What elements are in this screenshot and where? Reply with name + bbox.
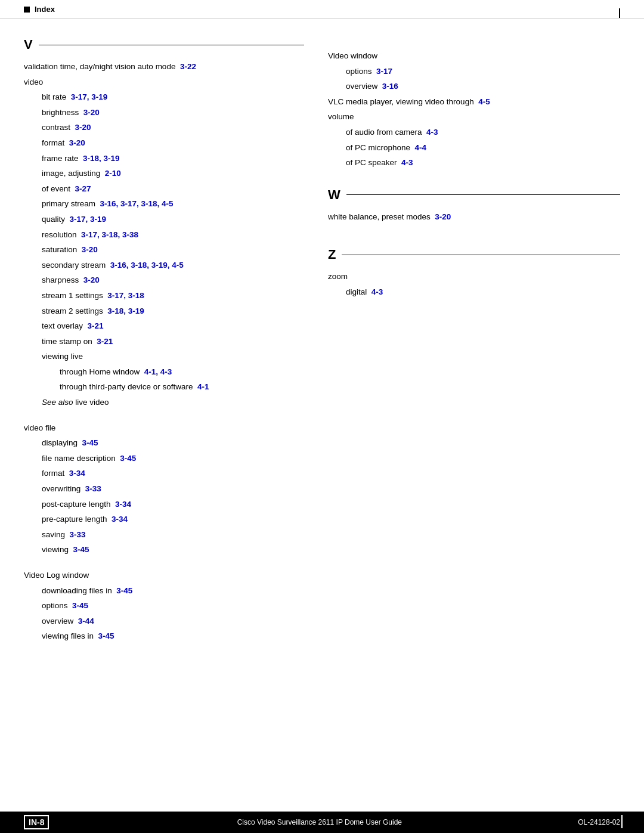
list-item: Video Log window [24,568,304,582]
entry-text: viewing files in [42,631,98,640]
entry-text: text overlay [42,321,88,330]
page-ref[interactable]: 3-33 [70,530,86,539]
list-item: resolution 3-17, 3-18, 3-38 [24,228,304,241]
footer: IN-8 Cisco Video Surveillance 2611 IP Do… [0,812,644,833]
page-ref[interactable]: 3-17 [376,67,392,76]
list-item: file name description 3-45 [24,451,304,465]
list-item: format 3-20 [24,136,304,150]
entry-text: options [346,67,376,76]
entry-text: post-capture length [42,500,115,509]
page-ref[interactable]: 3-34 [69,469,85,478]
footer-badge: IN-8 [24,815,49,829]
page-ref[interactable]: 4-1, 4-3 [144,367,172,376]
entry-text: of PC speaker [346,158,401,167]
page-ref[interactable]: 4-5 [478,97,490,106]
page-ref[interactable]: 3-17, 3-18 [107,291,144,300]
footer-doc-number: OL-24128-02 [578,818,620,826]
list-item: options 3-17 [328,64,620,78]
section-w: W white balance, preset modes 3-20 [328,187,620,224]
entry-text: stream 2 settings [42,306,107,315]
page-ref[interactable]: 2-10 [105,169,121,178]
page-ref[interactable]: 3-21 [97,337,113,346]
list-item: downloading files in 3-45 [24,584,304,597]
entry-text: pre-capture length [42,515,112,524]
page-ref[interactable]: 3-16, 3-17, 3-18, 4-5 [100,199,174,208]
section-z: Z zoom digital 4-3 [328,247,620,298]
list-item: secondary stream 3-16, 3-18, 3-19, 4-5 [24,258,304,272]
page-ref[interactable]: 3-33 [85,484,101,493]
page-ref[interactable]: 3-21 [88,321,104,330]
page-ref[interactable]: 4-3 [426,128,438,137]
list-item: image, adjusting 2-10 [24,166,304,180]
list-item: Video window [328,49,620,63]
page-ref[interactable]: 4-1 [197,382,209,391]
page-ref[interactable]: 3-22 [180,62,196,71]
page-ref[interactable]: 3-16, 3-18, 3-19, 4-5 [110,261,184,270]
page-ref[interactable]: 3-45 [72,601,88,610]
section-w-header: W [328,187,620,203]
list-item: video [24,75,304,89]
list-item: volume [328,110,620,123]
page-ref[interactable]: 3-34 [115,500,131,509]
entry-text-italic: See also [42,398,73,407]
section-v-header: V [24,37,304,52]
list-item: sharpness 3-20 [24,273,304,287]
list-item: contrast 3-20 [24,120,304,134]
list-item: VLC media player, viewing video through … [328,95,620,109]
list-item: white balance, preset modes 3-20 [328,210,620,224]
entry-text: white balance, preset modes [328,212,435,221]
entry-text: bit rate [42,92,71,101]
entry-text: video [24,78,43,86]
list-item: overview 3-16 [328,79,620,93]
page-ref[interactable]: 3-20 [69,138,85,147]
list-item: of event 3-27 [24,182,304,196]
page-ref[interactable]: 3-20 [83,108,100,117]
page-ref[interactable]: 3-17, 3-19 [71,92,108,101]
page-ref[interactable]: 4-3 [401,158,413,167]
page-ref[interactable]: 4-3 [371,287,383,296]
list-item: saturation 3-20 [24,243,304,256]
header-title: Index [35,5,55,14]
section-w-letter: W [328,187,340,203]
list-item: video file [24,421,304,435]
page-ref[interactable]: 3-18, 3-19 [107,306,144,315]
page-ref[interactable]: 3-17, 3-19 [70,215,107,224]
page-ref[interactable]: 3-44 [78,617,94,625]
page-ref[interactable]: 3-45 [116,586,132,595]
page-ref[interactable]: 3-16 [382,82,398,91]
entry-text: quality [42,215,70,224]
entry-text: through Home window [60,367,144,376]
page-ref[interactable]: 4-4 [415,143,427,152]
section-v-divider [39,45,304,45]
entry-text: overview [346,82,382,91]
list-item: of audio from camera 4-3 [328,125,620,139]
page-ref[interactable]: 3-20 [82,245,98,254]
page-ref[interactable]: 3-45 [120,454,136,463]
entry-text: volume [328,112,354,121]
page-container: Index V validation time, day/night visio… [0,0,644,833]
entry-text: time stamp on [42,337,97,346]
page-ref[interactable]: 3-45 [82,438,98,447]
page-ref[interactable]: 3-27 [75,184,91,193]
page-ref[interactable]: 3-45 [73,545,89,554]
entry-text: stream 1 settings [42,291,107,300]
page-ref[interactable]: 3-20 [83,275,100,284]
entry-text: Video window [328,51,377,60]
list-item: quality 3-17, 3-19 [24,212,304,226]
entry-text: of PC microphone [346,143,415,152]
page-ref[interactable]: 3-18, 3-19 [83,154,120,163]
page-ref[interactable]: 3-34 [112,515,128,524]
section-z-letter: Z [328,247,336,262]
page-ref[interactable]: 3-20 [75,123,91,132]
page-ref[interactable]: 3-20 [435,212,451,221]
entry-text: resolution [42,230,81,239]
entry-text: live video [73,398,109,407]
entry-text: primary stream [42,199,100,208]
page-ref[interactable]: 3-17, 3-18, 3-38 [81,230,138,239]
video-window-entries: Video window options 3-17 overview 3-16 … [328,49,620,169]
list-item: bit rate 3-17, 3-19 [24,90,304,104]
list-item: time stamp on 3-21 [24,335,304,348]
list-item: digital 4-3 [328,285,620,299]
page-ref[interactable]: 3-45 [98,631,114,640]
entry-text: sharpness [42,275,83,284]
